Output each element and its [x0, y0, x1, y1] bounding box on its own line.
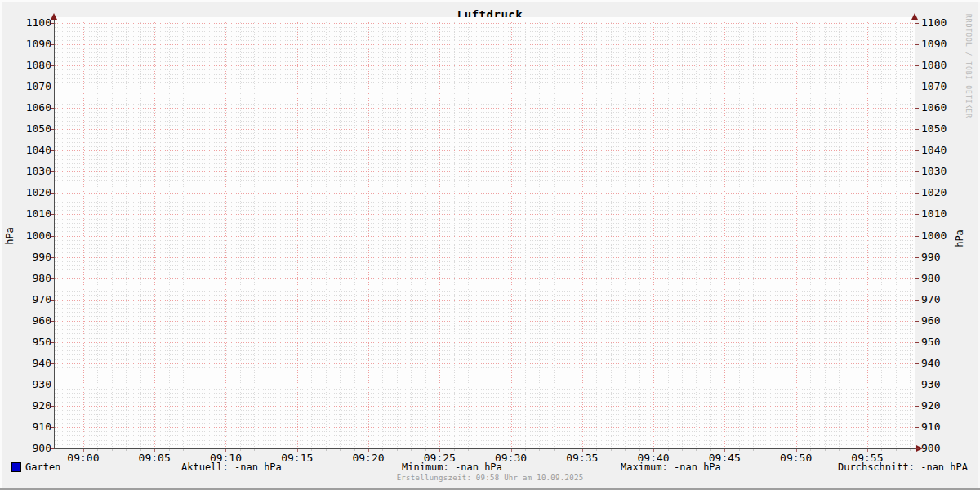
x-tick-mark-minor	[710, 449, 711, 451]
x-tick-mark-minor	[326, 449, 327, 451]
x-tick-mark-minor	[739, 449, 740, 451]
y-tick-label-right: 1000	[921, 230, 962, 241]
y-tick-label-right: 1020	[921, 187, 962, 198]
y-tick-label-left: 1020	[11, 187, 51, 198]
y-tick-mark-left	[51, 214, 54, 215]
y-tick-mark-left	[51, 363, 54, 364]
y-tick-label-left: 1000	[11, 230, 51, 241]
x-tick-mark-minor	[112, 449, 113, 451]
x-tick-mark-minor	[126, 449, 127, 451]
y-tick-label-right: 920	[921, 400, 962, 411]
x-tick-mark-minor	[397, 449, 398, 451]
y-tick-mark-right	[915, 129, 919, 130]
x-tick-label: 09:50	[772, 452, 821, 463]
x-tick-mark-minor	[611, 449, 612, 451]
x-tick-mark-minor	[283, 449, 283, 451]
legend-stat-aktuell: Aktuell: -nan hPa	[181, 461, 282, 473]
y-tick-mark-left	[51, 23, 54, 24]
x-tick-mark-minor	[240, 449, 241, 451]
y-tick-label-right: 1010	[921, 208, 962, 219]
y-tick-label-right: 980	[921, 273, 962, 283]
x-tick-label: 09:05	[130, 452, 179, 463]
legend-stat-maximum: Maximum: -nan hPa	[621, 461, 721, 473]
x-tick-mark-minor	[411, 449, 412, 451]
x-tick-mark-minor	[639, 449, 640, 451]
x-tick-mark-minor	[853, 449, 853, 451]
y-tick-label-right: 1070	[921, 81, 962, 91]
y-tick-mark-left	[51, 193, 54, 194]
y-tick-label-right: 910	[921, 421, 962, 432]
y-tick-mark-right	[915, 342, 919, 343]
y-tick-label-left: 1060	[11, 102, 51, 113]
y-tick-mark-right	[915, 448, 919, 449]
y-tick-label-left: 980	[11, 273, 51, 283]
y-tick-label-right: 1040	[921, 145, 962, 155]
creation-timestamp: Erstellungszeit: 09:58 Uhr am 10.09.2025	[0, 474, 980, 482]
x-tick-mark-minor	[382, 449, 383, 451]
x-tick-mark-minor	[198, 449, 198, 451]
y-tick-mark-right	[915, 193, 919, 194]
y-tick-mark-left	[51, 427, 54, 428]
x-tick-mark-minor	[483, 449, 483, 451]
y-tick-label-left: 1030	[11, 166, 51, 176]
y-tick-label-right: 960	[921, 315, 962, 326]
y-tick-mark-left	[51, 448, 54, 449]
legend-series-label: Garten	[25, 461, 60, 473]
y-tick-label-right: 970	[921, 294, 962, 305]
x-tick-mark-minor	[668, 449, 669, 451]
x-tick-mark-minor	[212, 449, 212, 451]
x-tick-label: 09:00	[59, 452, 108, 463]
x-tick-mark-minor	[183, 449, 184, 451]
legend-stat-minimum: Minimum: -nan hPa	[402, 461, 502, 473]
x-tick-mark-minor	[69, 449, 69, 451]
x-tick-mark-minor	[468, 449, 469, 451]
x-tick-mark-minor	[753, 449, 754, 451]
x-tick-mark-minor	[625, 449, 626, 451]
y-tick-mark-left	[51, 87, 54, 87]
y-tick-label-right: 1100	[921, 17, 962, 28]
legend-stat-durchschnitt: Durchschnitt: -nan hPA	[838, 461, 968, 473]
y-tick-label-left: 940	[11, 358, 51, 368]
y-tick-mark-right	[915, 150, 919, 151]
x-tick-mark-minor	[454, 449, 455, 451]
y-tick-label-left: 990	[11, 252, 51, 262]
x-tick-mark-minor	[896, 449, 897, 451]
x-tick-mark-minor	[839, 449, 840, 451]
x-tick-mark-minor	[568, 449, 568, 451]
y-tick-label-right: 1030	[921, 166, 962, 176]
x-tick-mark-minor	[525, 449, 526, 451]
y-tick-mark-left	[51, 44, 54, 45]
y-tick-mark-left	[51, 257, 54, 258]
rrdtool-graph: Luftdruck RRDTOOL / TOBI OETIKER hPa hPa…	[0, 0, 980, 490]
y-tick-label-left: 960	[11, 315, 51, 326]
y-tick-label-left: 1070	[11, 81, 51, 91]
y-tick-mark-left	[51, 342, 54, 343]
y-tick-mark-left	[51, 236, 54, 237]
x-tick-mark-minor	[311, 449, 312, 451]
x-tick-mark-minor	[97, 449, 98, 451]
y-tick-mark-left	[51, 300, 54, 301]
x-tick-mark-minor	[768, 449, 768, 451]
x-tick-mark-minor	[354, 449, 355, 451]
y-tick-mark-right	[915, 385, 919, 385]
x-tick-mark-minor	[682, 449, 683, 451]
y-tick-label-right: 1090	[921, 38, 962, 49]
x-tick-mark-minor	[596, 449, 597, 451]
y-tick-mark-left	[51, 172, 54, 172]
y-tick-label-left: 910	[11, 421, 51, 432]
y-tick-mark-left	[51, 278, 54, 279]
y-tick-mark-right	[915, 321, 919, 322]
y-tick-label-left: 950	[11, 336, 51, 347]
y-tick-label-right: 1080	[921, 60, 962, 70]
y-tick-mark-right	[915, 300, 919, 301]
x-tick-mark-minor	[696, 449, 697, 451]
x-tick-mark-minor	[425, 449, 426, 451]
y-tick-mark-left	[51, 406, 54, 407]
y-tick-label-right: 1060	[921, 102, 962, 113]
y-tick-label-left: 1100	[11, 17, 51, 28]
y-tick-label-left: 930	[11, 379, 51, 390]
tick-layer: 9009009109109209209309309409409509509609…	[0, 0, 980, 490]
y-tick-label-left: 1050	[11, 123, 51, 134]
x-tick-label: 09:35	[558, 452, 607, 463]
y-tick-mark-right	[915, 257, 919, 258]
